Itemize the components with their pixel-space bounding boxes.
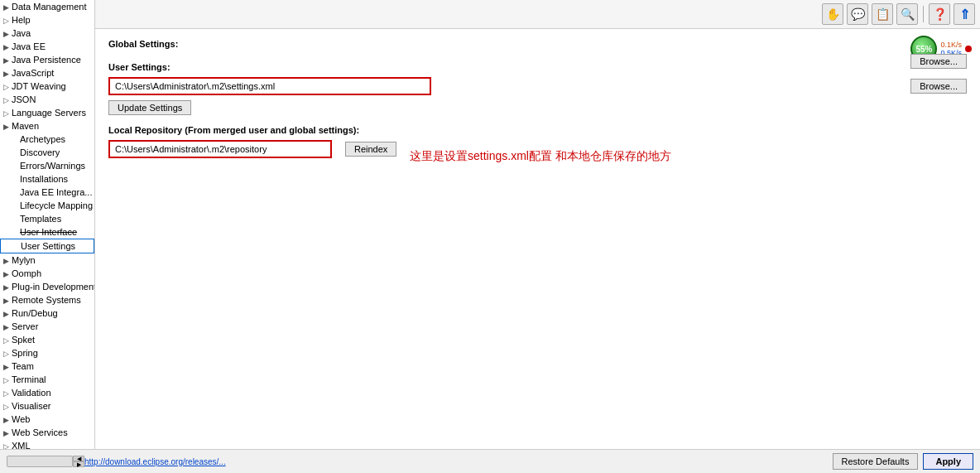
content-panel: ✋ 💬 📋 🔍 ❓ ⇑ 55% 0.1K/s 0.5K/s Global Set… (95, 0, 980, 449)
global-settings-label: Global Settings: (108, 39, 967, 49)
sidebar-item-json[interactable]: ▷JSON (0, 93, 94, 106)
sidebar-item-web-services[interactable]: ▶Web Services (0, 426, 94, 439)
sidebar-item-data-management[interactable]: ▶Data Management (0, 0, 94, 13)
sidebar-item-validation[interactable]: ▷Validation (0, 386, 94, 399)
upload-speed: 0.1K/s (940, 41, 962, 49)
global-browse-button[interactable]: Browse... (910, 54, 967, 69)
red-dot-indicator (965, 46, 972, 52)
toolbar-separator (923, 6, 924, 22)
status-url[interactable]: http://download.eclipse.org/releases/... (84, 457, 226, 466)
main-container: ▶Data Management▷Help▶Java▶Java EE▶Java … (0, 0, 980, 449)
user-settings-label: User Settings: (108, 62, 967, 72)
local-repo-label: Local Repository (From merged user and g… (108, 125, 967, 135)
sidebar-item-terminal[interactable]: ▷Terminal (0, 373, 94, 386)
user-browse-button[interactable]: Browse... (910, 79, 967, 94)
sidebar-item-errors-warnings[interactable]: Errors/Warnings (0, 159, 94, 172)
search-button[interactable]: 🔍 (896, 3, 918, 25)
reindex-button[interactable]: Reindex (345, 142, 396, 157)
update-settings-button[interactable]: Update Settings (108, 100, 191, 115)
sidebar-item-user-settings[interactable]: User Settings (0, 239, 94, 253)
scroll-arrows: ◀ ▶ (73, 456, 84, 467)
sidebar-item-jdt-weaving[interactable]: ▷JDT Weaving (0, 80, 94, 93)
sidebar-item-spring[interactable]: ▷Spring (0, 346, 94, 360)
sidebar-item-web[interactable]: ▶Web (0, 413, 94, 426)
sidebar-item-visualiser[interactable]: ▷Visualiser (0, 399, 94, 413)
sidebar: ▶Data Management▷Help▶Java▶Java EE▶Java … (0, 0, 95, 449)
restore-defaults-button[interactable]: Restore Defaults (833, 453, 919, 470)
scroll-arrow-right[interactable]: ▶ (73, 461, 84, 467)
sidebar-item-oomph[interactable]: ▶Oomph (0, 267, 94, 280)
comment-button[interactable]: 💬 (847, 3, 868, 25)
sidebar-item-spket[interactable]: ▷Spket (0, 333, 94, 346)
sidebar-item-server[interactable]: ▶Server (0, 320, 94, 333)
sidebar-scroll[interactable]: ▶Data Management▷Help▶Java▶Java EE▶Java … (0, 0, 94, 449)
annotation-text: 这里是设置settings.xml配置 和本地仓库保存的地方 (410, 149, 671, 164)
up-button[interactable]: ⇑ (954, 3, 975, 25)
sidebar-item-discovery[interactable]: Discovery (0, 146, 94, 159)
sidebar-item-language-servers[interactable]: ▷Language Servers (0, 106, 94, 119)
content-inner: 55% 0.1K/s 0.5K/s Global Settings: Brows… (95, 29, 980, 449)
copy-button[interactable]: 📋 (872, 3, 893, 25)
sidebar-item-help[interactable]: ▷Help (0, 13, 94, 27)
sidebar-item-run-debug[interactable]: ▶Run/Debug (0, 306, 94, 320)
sidebar-item-maven[interactable]: ▶Maven (0, 119, 94, 133)
toolbar: ✋ 💬 📋 🔍 ❓ ⇑ (95, 0, 980, 29)
bottom-right: Restore Defaults Apply (833, 453, 974, 470)
sidebar-item-lifecycle-mapping[interactable]: Lifecycle Mapping (0, 199, 94, 212)
help-button[interactable]: ❓ (929, 3, 950, 25)
bottom-bar: ◀ ▶ http://download.eclipse.org/releases… (0, 449, 980, 473)
sidebar-item-java-ee-integration[interactable]: Java EE Integra... (0, 186, 94, 199)
sidebar-item-templates[interactable]: Templates (0, 212, 94, 225)
sidebar-item-mylyn[interactable]: ▶Mylyn (0, 253, 94, 267)
user-settings-row: Browse... (108, 77, 967, 95)
sidebar-item-user-interface[interactable]: User Interface (0, 225, 94, 239)
sidebar-item-installations[interactable]: Installations (0, 172, 94, 186)
sidebar-item-java-persistence[interactable]: ▶Java Persistence (0, 53, 94, 66)
sidebar-item-xml[interactable]: ▷XML (0, 439, 94, 449)
sidebar-item-java-ee[interactable]: ▶Java EE (0, 40, 94, 53)
sidebar-item-plugin-development[interactable]: ▶Plug-in Development (0, 280, 94, 293)
sidebar-item-remote-systems[interactable]: ▶Remote Systems (0, 293, 94, 306)
sidebar-item-javascript[interactable]: ▶JavaScript (0, 66, 94, 80)
hand-tool-button[interactable]: ✋ (822, 3, 843, 25)
sidebar-item-archetypes[interactable]: Archetypes (0, 133, 94, 146)
bottom-scrollbar[interactable] (7, 456, 73, 467)
sidebar-item-java[interactable]: ▶Java (0, 27, 94, 40)
sidebar-item-team[interactable]: ▶Team (0, 360, 94, 373)
local-repo-input[interactable] (108, 140, 332, 158)
bottom-left: ◀ ▶ http://download.eclipse.org/releases… (7, 456, 226, 467)
apply-button[interactable]: Apply (923, 453, 973, 470)
user-settings-input[interactable] (108, 77, 431, 95)
